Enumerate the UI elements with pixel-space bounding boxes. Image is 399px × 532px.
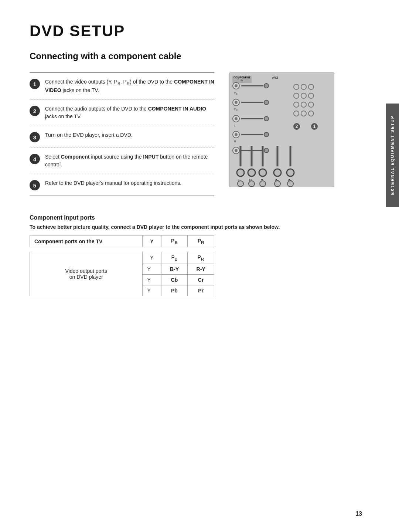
av2-label: AV2 — [272, 76, 278, 79]
right-ports: 2 1 — [293, 84, 330, 130]
left-ports: PB PR — [232, 82, 271, 154]
spacer-row — [30, 247, 214, 252]
row4-col1: Y — [143, 285, 161, 296]
row4-col3: Pr — [188, 285, 214, 296]
right-port-10 — [293, 111, 299, 116]
page-number: 13 — [355, 511, 362, 517]
svg-point-25 — [238, 181, 243, 187]
row1-col3: PR — [188, 252, 214, 264]
step1-bold: COMPONENT IN VIDEO — [45, 79, 214, 93]
step-number-2: 2 — [30, 106, 40, 116]
header-col3: PB — [161, 235, 188, 247]
port-pb-row — [232, 99, 271, 106]
bottom-cables-svg: L R Y PB PR — [229, 146, 335, 187]
svg-point-19 — [287, 169, 294, 176]
label-pr: PR — [234, 108, 271, 112]
row2-col3: R-Y — [188, 264, 214, 274]
row3-col2: Cb — [161, 274, 188, 285]
right-port-2 — [301, 84, 307, 90]
svg-point-7 — [264, 132, 269, 137]
circle-markers: 2 1 — [293, 123, 330, 130]
main-content: 1 Connect the video outputs (Y, PB, PR) … — [30, 72, 340, 196]
step4-bold1: Component — [61, 154, 90, 160]
right-port-group-4 — [293, 111, 330, 116]
row2-col2: B-Y — [161, 264, 188, 274]
svg-point-27 — [260, 181, 266, 187]
svg-point-26 — [249, 181, 255, 187]
diagram-column: COMPONENTIN AV2 PB — [229, 72, 340, 196]
right-port-12 — [308, 111, 314, 116]
tv-diagram: COMPONENTIN AV2 PB — [229, 72, 334, 187]
label-r: R — [234, 140, 271, 143]
port-pr — [232, 115, 240, 122]
section-title: Connecting with a component cable — [30, 51, 340, 61]
label-l: L — [234, 124, 271, 127]
circle-1: 1 — [311, 123, 318, 130]
svg-point-3 — [264, 100, 269, 105]
cable-pb-svg — [241, 100, 271, 105]
step-text-2: Connect the audio outputs of the DVD to … — [45, 105, 214, 121]
component-in-label: COMPONENTIN — [232, 76, 252, 83]
right-port-11 — [301, 111, 307, 116]
table-row-1: Video output portson DVD player Y PB PR — [30, 252, 214, 264]
circle-2: 2 — [293, 123, 300, 130]
port-y-row — [232, 82, 271, 89]
right-port-1 — [293, 84, 299, 90]
right-port-5 — [301, 93, 307, 99]
step-text-5: Refer to the DVD player's manual for ope… — [45, 179, 181, 187]
header-col2: Y — [143, 235, 161, 247]
step4-bold2: INPUT — [143, 154, 158, 160]
right-port-7 — [293, 102, 299, 108]
step-2: 2 Connect the audio outputs of the DVD t… — [30, 100, 214, 126]
group-label-cell: Video output portson DVD player — [30, 252, 143, 296]
step-1: 1 Connect the video outputs (Y, PB, PR) … — [30, 72, 214, 100]
svg-point-1 — [264, 84, 269, 88]
step-text-1: Connect the video outputs (Y, PB, PR) of… — [45, 78, 214, 94]
step2-bold: COMPONENT IN AUDIO — [148, 106, 206, 112]
right-port-group-2 — [293, 93, 330, 99]
port-y — [232, 82, 240, 89]
side-tab: EXTERNAL EQUIPMENT SETUP — [386, 104, 399, 207]
right-port-9 — [308, 102, 314, 108]
step-number-3: 3 — [30, 132, 40, 142]
ports-table: Component ports on the TV Y PB PR Video … — [30, 235, 214, 296]
port-pb — [232, 99, 240, 106]
step-number-5: 5 — [30, 180, 40, 190]
step-text-3: Turn on the DVD player, insert a DVD. — [45, 131, 133, 139]
svg-point-29 — [287, 181, 293, 187]
right-port-group-1 — [293, 84, 330, 90]
svg-point-16 — [248, 169, 255, 176]
row3-col3: Cr — [188, 274, 214, 285]
right-port-6 — [308, 93, 314, 99]
step-number-1: 1 — [30, 79, 40, 89]
step-number-4: 4 — [30, 154, 40, 164]
row3-col1: Y — [143, 274, 161, 285]
row2-col1: Y — [143, 264, 161, 274]
cable-l-svg — [241, 132, 271, 137]
svg-point-18 — [274, 169, 281, 176]
row4-col2: Pb — [161, 285, 188, 296]
svg-point-28 — [274, 181, 280, 187]
component-input-title: Component Input ports — [30, 214, 340, 221]
svg-point-17 — [259, 169, 266, 176]
right-port-3 — [308, 84, 314, 90]
step-text-4: Select Component input source using the … — [45, 153, 214, 169]
step-3: 3 Turn on the DVD player, insert a DVD. — [30, 126, 214, 148]
cable-pr-svg — [241, 116, 271, 121]
table-header-row: Component ports on the TV Y PB PR — [30, 235, 214, 247]
component-section: Component Input ports To achieve better … — [30, 214, 340, 296]
row1-col1: Y — [143, 252, 161, 264]
port-l — [232, 131, 240, 138]
header-col4: PR — [188, 235, 214, 247]
port-l-row — [232, 131, 271, 138]
row1-col2: PB — [161, 252, 188, 264]
cable-y-svg — [241, 83, 271, 88]
step-5: 5 Refer to the DVD player's manual for o… — [30, 174, 214, 196]
right-port-8 — [301, 102, 307, 108]
svg-point-5 — [264, 116, 269, 121]
svg-point-15 — [237, 169, 244, 176]
side-tab-label: EXTERNAL EQUIPMENT SETUP — [390, 115, 395, 195]
step-4: 4 Select Component input source using th… — [30, 148, 214, 174]
page-title: DVD SETUP — [30, 22, 340, 40]
steps-column: 1 Connect the video outputs (Y, PB, PR) … — [30, 72, 214, 196]
